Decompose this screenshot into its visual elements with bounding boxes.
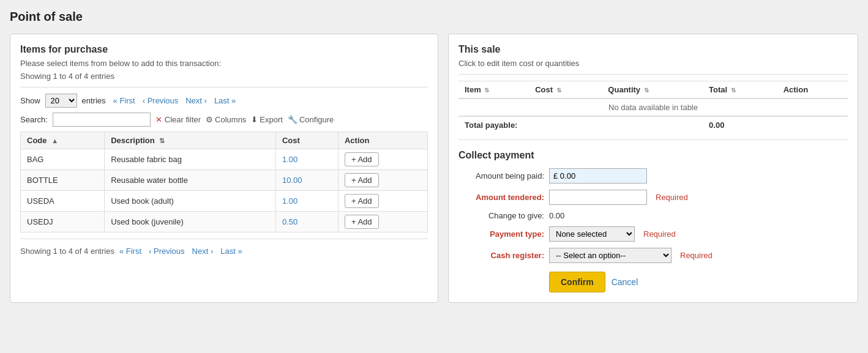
col-cost: Cost: [275, 132, 338, 149]
cost-cell: 1.00: [275, 149, 338, 170]
pagination-top: « First ‹ Previous Next › Last »: [111, 95, 239, 106]
last-btn-bottom[interactable]: Last »: [218, 245, 244, 257]
sort-total-icon: ⇅: [731, 87, 736, 94]
payment-type-required: Required: [643, 229, 676, 239]
configure-icon: 🔧: [288, 115, 297, 124]
previous-btn-top[interactable]: ‹ Previous: [140, 95, 181, 106]
table-row: No data available in table: [458, 98, 848, 116]
sort-item-icon: ⇅: [484, 87, 489, 94]
items-section-title: Items for purchase: [20, 44, 428, 55]
cost-cell: 10.00: [275, 170, 338, 191]
col-description[interactable]: Description ⇅: [105, 132, 276, 149]
toolbar-top: Show 10 20 50 100 entries « First ‹ Prev…: [20, 94, 428, 108]
sort-code-icon: ▲: [51, 137, 58, 144]
change-to-give-row: Change to give: 0.00: [458, 211, 848, 220]
no-data-cell: No data available in table: [458, 98, 848, 116]
export-icon: ⬇: [251, 115, 258, 124]
confirm-button[interactable]: Confirm: [549, 272, 605, 292]
cancel-button[interactable]: Cancel: [612, 277, 638, 287]
cash-register-required: Required: [680, 251, 713, 260]
export-button[interactable]: ⬇ Export: [251, 115, 283, 124]
total-value: 0.00: [703, 116, 777, 133]
page-title: Point of sale: [10, 10, 858, 24]
last-btn-top[interactable]: Last »: [212, 95, 238, 106]
next-btn-bottom[interactable]: Next ›: [190, 245, 216, 257]
previous-btn-bottom[interactable]: ‹ Previous: [146, 245, 187, 257]
collect-payment-section: Collect payment Amount being paid: Amoun…: [458, 150, 848, 292]
next-btn-top[interactable]: Next ›: [183, 95, 209, 106]
columns-button[interactable]: ⚙ Columns: [206, 115, 246, 124]
right-panel: This sale Click to edit item cost or qua…: [448, 34, 858, 303]
first-btn-bottom[interactable]: « First: [117, 245, 144, 257]
amount-tendered-row: Amount tendered: Required: [458, 190, 848, 205]
total-label: Total payable:: [458, 116, 703, 133]
search-input[interactable]: [53, 113, 151, 127]
description-cell: Reusable water bottle: [105, 170, 276, 191]
action-cell: + Add: [338, 212, 427, 232]
action-cell: + Add: [338, 191, 427, 212]
first-btn-top[interactable]: « First: [111, 95, 138, 106]
code-cell: BAG: [21, 149, 105, 170]
this-sale-subtitle: Click to edit item cost or quantities: [458, 59, 848, 68]
sale-col-action: Action: [777, 81, 848, 99]
this-sale-title: This sale: [458, 44, 848, 55]
sale-table: Item ⇅ Cost ⇅ Quantity ⇅ Total ⇅ Action …: [458, 81, 848, 133]
col-action: Action: [338, 132, 427, 149]
showing-info-bottom: Showing 1 to 4 of 4 entries: [20, 247, 114, 256]
clear-filter-label: Clear filter: [165, 115, 201, 124]
add-button-0[interactable]: + Add: [345, 152, 379, 166]
export-label: Export: [260, 115, 283, 124]
total-row: Total payable: 0.00: [458, 116, 848, 133]
cash-register-label: Cash register:: [458, 251, 544, 260]
pagination-bottom: « First ‹ Previous Next › Last »: [117, 245, 245, 257]
amount-being-paid-label: Amount being paid:: [458, 171, 544, 180]
show-label: Show: [20, 96, 40, 105]
search-label: Search:: [20, 115, 48, 124]
items-subtitle: Please select items from below to add to…: [20, 59, 428, 68]
change-label: Change to give:: [458, 211, 544, 220]
amount-tendered-label: Amount tendered:: [458, 193, 544, 202]
sort-qty-icon: ⇅: [644, 87, 649, 94]
sale-col-cost: Cost ⇅: [529, 81, 602, 99]
add-button-1[interactable]: + Add: [345, 173, 379, 187]
collect-payment-title: Collect payment: [458, 150, 848, 161]
cash-register-row: Cash register: -- Select an option-- Req…: [458, 248, 848, 263]
payment-type-select[interactable]: None selected: [549, 226, 635, 242]
sale-col-item: Item ⇅: [458, 81, 529, 99]
action-cell: + Add: [338, 170, 427, 191]
col-code[interactable]: Code ▲: [21, 132, 105, 149]
showing-info-top: Showing 1 to 4 of 4 entries: [20, 72, 428, 81]
amount-being-paid-row: Amount being paid:: [458, 168, 848, 184]
sale-col-quantity: Quantity ⇅: [602, 81, 703, 99]
items-table: Code ▲ Description ⇅ Cost Action BAG Reu…: [20, 132, 428, 232]
amount-tendered-required: Required: [656, 193, 688, 202]
amount-being-paid-input[interactable]: [549, 168, 647, 184]
cash-register-select[interactable]: -- Select an option--: [549, 248, 672, 263]
code-cell: USEDJ: [21, 212, 105, 232]
sale-col-total: Total ⇅: [703, 81, 777, 99]
entries-label: entries: [82, 96, 106, 105]
description-cell: Reusable fabric bag: [105, 149, 276, 170]
clear-filter-button[interactable]: ✕ Clear filter: [155, 115, 201, 124]
add-button-3[interactable]: + Add: [345, 215, 379, 229]
items-for-purchase-panel: Items for purchase Please select items f…: [10, 34, 438, 303]
sort-cost-icon: ⇅: [556, 87, 561, 94]
payment-type-label: Payment type:: [458, 229, 544, 239]
add-button-2[interactable]: + Add: [345, 194, 379, 208]
table-row: USEDA Used book (adult) 1.00 + Add: [21, 191, 428, 212]
cost-cell: 0.50: [275, 212, 338, 232]
search-row: Search: ✕ Clear filter ⚙ Columns ⬇ Expor…: [20, 113, 428, 127]
description-cell: Used book (adult): [105, 191, 276, 212]
configure-button[interactable]: 🔧 Configure: [288, 115, 334, 124]
description-cell: Used book (juvenile): [105, 212, 276, 232]
columns-label: Columns: [215, 115, 246, 124]
table-row: BAG Reusable fabric bag 1.00 + Add: [21, 149, 428, 170]
x-icon: ✕: [155, 115, 162, 124]
bottom-pagination-row: Showing 1 to 4 of 4 entries « First ‹ Pr…: [20, 245, 428, 257]
cost-cell: 1.00: [275, 191, 338, 212]
payment-type-row: Payment type: None selected Required: [458, 226, 848, 242]
show-select[interactable]: 10 20 50 100: [45, 94, 77, 108]
action-cell: + Add: [338, 149, 427, 170]
amount-tendered-input[interactable]: [549, 190, 647, 205]
gear-icon: ⚙: [206, 115, 213, 124]
